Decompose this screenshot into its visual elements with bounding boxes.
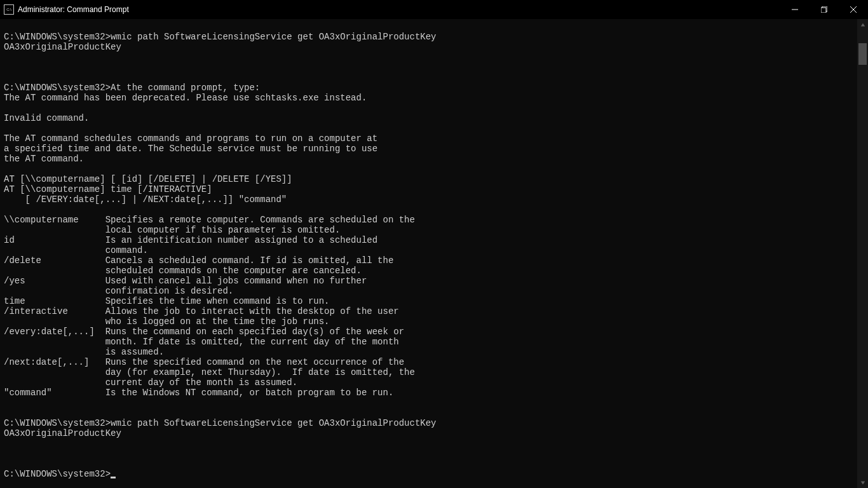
window-controls bbox=[780, 0, 868, 19]
cmd-icon bbox=[4, 4, 14, 15]
terminal-output[interactable]: C:\WINDOWS\system32>wmic path SoftwareLi… bbox=[4, 22, 864, 479]
svg-marker-5 bbox=[860, 481, 864, 484]
close-icon bbox=[850, 6, 857, 13]
text-cursor bbox=[111, 477, 116, 478]
chevron-down-icon bbox=[860, 480, 865, 485]
restore-icon bbox=[821, 6, 827, 13]
minimize-button[interactable] bbox=[780, 0, 810, 19]
titlebar-left: Administrator: Command Prompt bbox=[4, 4, 129, 15]
scroll-down-button[interactable] bbox=[857, 477, 868, 488]
chevron-up-icon bbox=[860, 22, 865, 27]
scroll-up-button[interactable] bbox=[857, 19, 868, 30]
close-button[interactable] bbox=[839, 0, 868, 19]
svg-rect-1 bbox=[821, 8, 826, 13]
terminal-client-area[interactable]: C:\WINDOWS\system32>wmic path SoftwareLi… bbox=[0, 19, 868, 488]
vertical-scrollbar[interactable] bbox=[857, 19, 868, 488]
titlebar[interactable]: Administrator: Command Prompt bbox=[0, 0, 868, 19]
scroll-thumb[interactable] bbox=[858, 43, 867, 65]
window-title: Administrator: Command Prompt bbox=[18, 5, 129, 14]
svg-marker-4 bbox=[860, 23, 864, 26]
minimize-icon bbox=[792, 6, 798, 13]
maximize-button[interactable] bbox=[810, 0, 839, 19]
